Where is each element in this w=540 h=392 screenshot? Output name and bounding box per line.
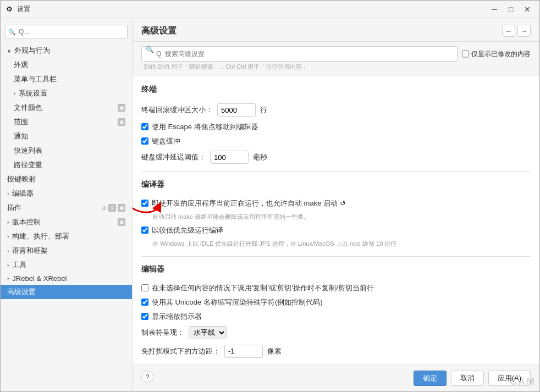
sidebar-item-plugins[interactable]: 插件 ② 文 ▣ [1, 201, 132, 215]
sidebar-item-jrebel[interactable]: › JRebel & XRebel [1, 272, 132, 285]
sidebar-item-scopes[interactable]: 范围 ▣ [1, 115, 132, 129]
nav-back-button[interactable]: ← [502, 25, 515, 37]
sidebar-search-box[interactable]: 🔍 [5, 25, 128, 39]
sidebar-item-label: 范围 [14, 117, 28, 127]
sidebar-item-label: 文件颜色 [14, 103, 42, 113]
sidebar-item-menus-toolbars[interactable]: 菜单与工具栏 [1, 72, 132, 86]
sidebar-item-build-exec-deploy[interactable]: › 构建、执行、部署 [1, 229, 132, 244]
panel-content: 终端 终端回滚缓冲区大小： 行 使用 Escape 将焦点移动到编辑器 键盘缓冲… [133, 76, 539, 365]
auto-make-hint: 自动启动 make 最终可能会删除该应用程序所需的一些类。 [152, 213, 531, 221]
settings-window: ⚙ 设置 ─ □ ✕ 🔍 ∨ 外观与行为 外观 菜单与工具栏 [0, 0, 540, 392]
nav-forward-button[interactable]: → [517, 25, 531, 37]
tab-select[interactable]: 水平线 箭头 无 [189, 326, 227, 339]
sidebar-item-label: 插件 [7, 203, 21, 213]
panel-title: 高级设置 [141, 25, 177, 37]
caret-row: 免打扰模式下的方边距： 像素 [141, 345, 531, 358]
chevron-right-icon: › [14, 91, 15, 97]
badge-icon: ▣ [118, 118, 125, 126]
fold-indicator-label: 显示缩放指示器 [152, 312, 202, 322]
search-wrap: 🔍 [141, 46, 458, 62]
search-icon: 🔍 [8, 29, 16, 36]
panel-search-input[interactable] [141, 46, 458, 62]
lower-priority-checkbox[interactable] [141, 227, 148, 234]
only-modified-checkbox[interactable] [462, 47, 469, 61]
chevron-right-icon: › [7, 248, 9, 254]
panel-search-inner: 🔍 仅显示已修改的内容 [141, 46, 531, 62]
scroll-buffer-unit: 行 [260, 105, 267, 115]
badge-area: ▣ [118, 104, 125, 112]
sidebar: 🔍 ∨ 外观与行为 外观 菜单与工具栏 › 系统设置 文件颜色 ▣ [1, 18, 133, 391]
help-button[interactable]: ? [141, 371, 153, 383]
chevron-right-icon: › [7, 262, 9, 268]
sidebar-item-lang-frameworks[interactable]: › 语言和框架 [1, 244, 132, 258]
fold-indicator-checkbox[interactable] [141, 313, 148, 320]
only-modified-option[interactable]: 仅显示已修改的内容 [462, 47, 531, 61]
auto-make-checkbox[interactable] [141, 200, 148, 207]
sidebar-item-quick-lists[interactable]: 快速列表 [1, 143, 132, 158]
keyboard-delay-input[interactable] [210, 151, 249, 164]
lower-priority-label: 以较低优先级运行编译 [152, 225, 223, 235]
chevron-right-icon: › [7, 275, 9, 281]
section-divider-1 [141, 172, 531, 172]
badge-area: ▣ [118, 218, 125, 226]
title-bar-text: 设置 [17, 4, 487, 14]
chevron-right-icon: › [7, 219, 9, 225]
chevron-right-icon: › [7, 191, 9, 197]
sidebar-item-label: 通知 [14, 131, 28, 141]
sidebar-item-appearance[interactable]: 外观 [1, 58, 132, 72]
sidebar-item-path-variables[interactable]: 路径变量 [1, 158, 132, 172]
ok-button[interactable]: 确定 [414, 371, 447, 386]
close-button[interactable]: ✕ [520, 3, 535, 15]
keyboard-buffer-checkbox[interactable] [141, 137, 148, 145]
sidebar-item-label: 编辑器 [12, 189, 34, 198]
editor-section-title: 编辑器 [141, 264, 531, 277]
sidebar-item-keymap[interactable]: 按键映射 [1, 172, 132, 186]
tab-row: 制表符呈现： 水平线 箭头 无 [141, 326, 531, 339]
badge-icon: 文 [108, 204, 116, 212]
escape-row: 使用 Escape 将焦点移动到编辑器 [141, 122, 531, 132]
lower-priority-hint: 在 Windows 上以 IDLE 优先级运行外部 JPS 进程，在 Linux… [152, 240, 531, 248]
sidebar-item-notifications[interactable]: 通知 [1, 129, 132, 143]
chevron-right-icon: › [7, 234, 9, 240]
minimize-button[interactable]: ─ [487, 3, 502, 15]
sidebar-item-label: JRebel & XRebel [12, 274, 67, 283]
sidebar-item-label: 路径变量 [14, 160, 42, 170]
scroll-buffer-label: 终端回滚缓冲区大小： [141, 105, 213, 115]
sidebar-item-tools[interactable]: › 工具 [1, 258, 132, 272]
plugins-badge-number: ② [102, 205, 107, 211]
caret-label: 免打扰模式下的方边距： [141, 346, 220, 356]
sidebar-item-editor[interactable]: › 编辑器 [1, 186, 132, 201]
keyboard-buffer-label: 键盘缓冲 [152, 136, 180, 146]
caret-input[interactable] [224, 345, 263, 358]
sidebar-item-label: 高级设置 [7, 287, 36, 297]
window-controls: ─ □ ✕ [487, 3, 535, 15]
badge-icon2: ▣ [118, 204, 125, 212]
app-icon: ⚙ [5, 5, 14, 14]
caret-unit: 像素 [267, 346, 282, 356]
nav-buttons: ← → [502, 25, 531, 37]
no-copy-checkbox[interactable] [141, 284, 148, 291]
sidebar-item-version-control[interactable]: › 版本控制 ▣ [1, 215, 132, 229]
sidebar-item-advanced[interactable]: 高级设置 [1, 285, 132, 299]
panel-footer: ? 确定 取消 应用(A) [133, 365, 539, 391]
sidebar-item-system-settings[interactable]: › 系统设置 [1, 86, 132, 101]
badge-area: ② 文 ▣ [102, 204, 125, 212]
sidebar-item-appearance-behavior[interactable]: ∨ 外观与行为 [1, 43, 132, 58]
sidebar-item-label: 系统设置 [19, 89, 47, 98]
no-copy-row: 在未选择任何内容的情况下调用'复制'或'剪切'操作时不复制/剪切当前行 [141, 283, 531, 293]
title-bar: ⚙ 设置 ─ □ ✕ [1, 1, 539, 18]
sidebar-search-input[interactable] [5, 25, 128, 39]
sidebar-item-label: 外观与行为 [14, 46, 50, 56]
escape-checkbox[interactable] [141, 123, 148, 130]
sidebar-item-file-colors[interactable]: 文件颜色 ▣ [1, 101, 132, 115]
unicode-checkbox[interactable] [141, 299, 148, 306]
sidebar-item-label: 快速列表 [14, 146, 42, 156]
maximize-button[interactable]: □ [503, 3, 519, 15]
sidebar-item-label: 版本控制 [12, 217, 41, 227]
scroll-buffer-input[interactable] [217, 103, 256, 117]
panel-header: 高级设置 ← → [133, 18, 539, 42]
sidebar-item-label: 工具 [12, 260, 26, 270]
cancel-button[interactable]: 取消 [451, 371, 484, 386]
only-modified-label: 仅显示已修改的内容 [471, 49, 531, 59]
badge-icon: ▣ [118, 104, 125, 112]
